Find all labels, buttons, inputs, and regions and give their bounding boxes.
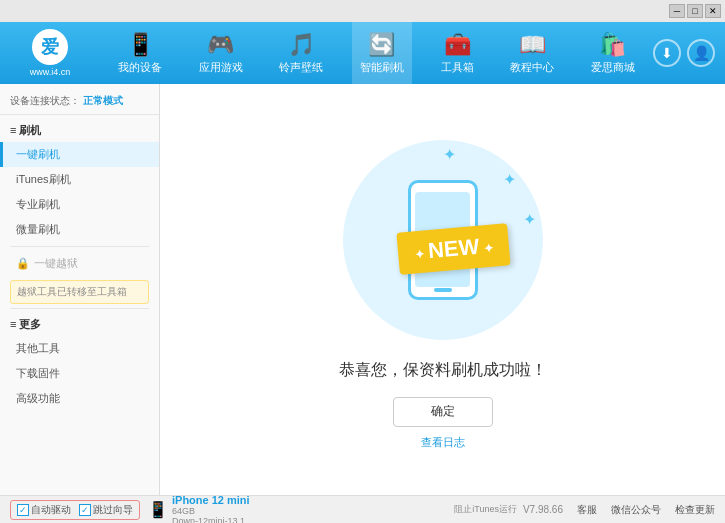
new-badge: NEW bbox=[396, 223, 511, 275]
download-btn[interactable]: ⬇ bbox=[653, 39, 681, 67]
checkbox-auto-drive[interactable]: ✓ 自动驱动 bbox=[17, 503, 71, 517]
apps-icon: 🎮 bbox=[207, 32, 234, 58]
toolbox-icon: 🧰 bbox=[444, 32, 471, 58]
flash-section-title: ≡ 刷机 bbox=[0, 119, 159, 142]
title-bar: ─ □ ✕ bbox=[0, 0, 725, 22]
main-content: NEW ✦ ✦ ✦ 恭喜您，保资料刷机成功啦！ 确定 查看日志 bbox=[160, 84, 725, 495]
sidebar: 设备连接状态： 正常模式 ≡ 刷机 一键刷机 iTunes刷机 专业刷机 微量刷… bbox=[0, 84, 160, 495]
nav-smart-flash[interactable]: 🔄 智能刷机 bbox=[352, 22, 412, 84]
more-section-title: ≡ 更多 bbox=[0, 313, 159, 336]
phone-home-btn bbox=[434, 288, 452, 292]
bottom-bar: ✓ 自动驱动 ✓ 跳过向导 📱 iPhone 12 mini 64GB Down… bbox=[0, 495, 725, 523]
checkbox-skip-wizard[interactable]: ✓ 跳过向导 bbox=[79, 503, 133, 517]
skip-wizard-checkbox[interactable]: ✓ bbox=[79, 504, 91, 516]
tutorial-icon: 📖 bbox=[519, 32, 546, 58]
divider-1 bbox=[10, 246, 149, 247]
nav-items: 📱 我的设备 🎮 应用游戏 🎵 铃声壁纸 🔄 智能刷机 🧰 工具箱 📖 教程中心… bbox=[100, 22, 653, 84]
sidebar-item-micro-flash[interactable]: 微量刷机 bbox=[0, 217, 159, 242]
jailbreak-section: 🔒 一键越狱 bbox=[0, 251, 159, 276]
sidebar-item-itunes-flash[interactable]: iTunes刷机 bbox=[0, 167, 159, 192]
auto-drive-label: 自动驱动 bbox=[31, 503, 71, 517]
nav-apps-label: 应用游戏 bbox=[199, 60, 243, 75]
nav-apps[interactable]: 🎮 应用游戏 bbox=[191, 22, 251, 84]
device-capacity: 64GB bbox=[172, 506, 250, 516]
success-illustration: NEW ✦ ✦ ✦ bbox=[333, 130, 553, 350]
sidebar-item-pro-flash[interactable]: 专业刷机 bbox=[0, 192, 159, 217]
nav-toolbox-label: 工具箱 bbox=[441, 60, 474, 75]
itunes-label: 阻止iTunes运行 bbox=[454, 503, 517, 516]
device-details: iPhone 12 mini 64GB Down-12mini-13,1 bbox=[172, 494, 250, 524]
view-log-link[interactable]: 查看日志 bbox=[421, 435, 465, 450]
nav-store-label: 爱思商城 bbox=[591, 60, 635, 75]
device-model: Down-12mini-13,1 bbox=[172, 516, 250, 524]
itunes-block: 阻止iTunes运行 bbox=[454, 503, 517, 516]
nav-my-device-label: 我的设备 bbox=[118, 60, 162, 75]
device-info-area: 📱 iPhone 12 mini 64GB Down-12mini-13,1 bbox=[148, 494, 250, 524]
status-label: 设备连接状态： bbox=[10, 95, 80, 106]
auto-drive-checkbox[interactable]: ✓ bbox=[17, 504, 29, 516]
ringtone-icon: 🎵 bbox=[288, 32, 315, 58]
device-phone-icon: 📱 bbox=[148, 500, 168, 519]
check-update-link[interactable]: 检查更新 bbox=[675, 503, 715, 517]
jailbreak-label: 一键越狱 bbox=[34, 256, 78, 271]
sparkle-2: ✦ bbox=[503, 170, 516, 189]
main-container: 设备连接状态： 正常模式 ≡ 刷机 一键刷机 iTunes刷机 专业刷机 微量刷… bbox=[0, 84, 725, 495]
close-btn[interactable]: ✕ bbox=[705, 4, 721, 18]
header: 爱 www.i4.cn 📱 我的设备 🎮 应用游戏 🎵 铃声壁纸 🔄 智能刷机 … bbox=[0, 22, 725, 84]
maximize-btn[interactable]: □ bbox=[687, 4, 703, 18]
sidebar-item-other-tools[interactable]: 其他工具 bbox=[0, 336, 159, 361]
sidebar-item-advanced[interactable]: 高级功能 bbox=[0, 386, 159, 411]
nav-tutorial[interactable]: 📖 教程中心 bbox=[502, 22, 562, 84]
sidebar-item-one-key-flash[interactable]: 一键刷机 bbox=[0, 142, 159, 167]
checkbox-area: ✓ 自动驱动 ✓ 跳过向导 bbox=[10, 500, 140, 520]
wechat-link[interactable]: 微信公众号 bbox=[611, 503, 661, 517]
device-status: 设备连接状态： 正常模式 bbox=[0, 90, 159, 115]
logo-url: www.i4.cn bbox=[30, 67, 71, 77]
nav-store[interactable]: 🛍️ 爱思商城 bbox=[583, 22, 643, 84]
nav-toolbox[interactable]: 🧰 工具箱 bbox=[433, 22, 482, 84]
success-text: 恭喜您，保资料刷机成功啦！ bbox=[339, 360, 547, 381]
bottom-right: V7.98.66 客服 微信公众号 检查更新 bbox=[523, 503, 715, 517]
sidebar-item-download-firmware[interactable]: 下载固件 bbox=[0, 361, 159, 386]
nav-my-device[interactable]: 📱 我的设备 bbox=[110, 22, 170, 84]
customer-service-link[interactable]: 客服 bbox=[577, 503, 597, 517]
user-btn[interactable]: 👤 bbox=[687, 39, 715, 67]
status-value: 正常模式 bbox=[83, 95, 123, 106]
nav-right: ⬇ 👤 bbox=[653, 39, 725, 67]
logo-area[interactable]: 爱 www.i4.cn bbox=[0, 29, 100, 77]
jailbreak-warning: 越狱工具已转移至工具箱 bbox=[10, 280, 149, 304]
smart-flash-icon: 🔄 bbox=[368, 32, 395, 58]
logo-icon: 爱 bbox=[32, 29, 68, 65]
device-name: iPhone 12 mini bbox=[172, 494, 250, 506]
nav-ringtone-label: 铃声壁纸 bbox=[279, 60, 323, 75]
nav-tutorial-label: 教程中心 bbox=[510, 60, 554, 75]
version-label: V7.98.66 bbox=[523, 504, 563, 515]
sparkle-1: ✦ bbox=[443, 145, 456, 164]
divider-2 bbox=[10, 308, 149, 309]
confirm-button[interactable]: 确定 bbox=[393, 397, 493, 427]
minimize-btn[interactable]: ─ bbox=[669, 4, 685, 18]
my-device-icon: 📱 bbox=[127, 32, 154, 58]
skip-wizard-label: 跳过向导 bbox=[93, 503, 133, 517]
sparkle-3: ✦ bbox=[523, 210, 536, 229]
nav-ringtone[interactable]: 🎵 铃声壁纸 bbox=[271, 22, 331, 84]
nav-smart-flash-label: 智能刷机 bbox=[360, 60, 404, 75]
store-icon: 🛍️ bbox=[599, 32, 626, 58]
